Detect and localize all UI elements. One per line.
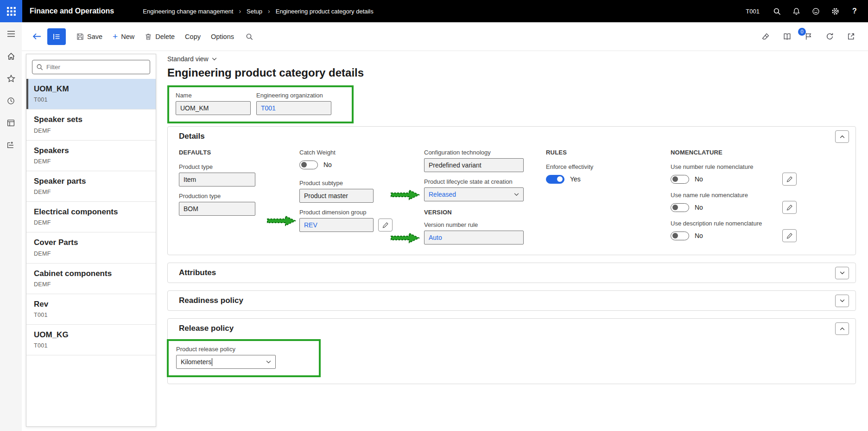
version-number-rule-input[interactable]: Auto xyxy=(424,231,524,244)
filter-input[interactable] xyxy=(32,60,150,74)
list-item[interactable]: Speaker parts DEMF xyxy=(26,171,156,202)
details-collapse-button[interactable] xyxy=(835,130,849,143)
refresh-button[interactable] xyxy=(821,28,838,45)
lifecycle-state-dropdown[interactable]: Released xyxy=(424,187,524,201)
search-icon xyxy=(36,64,43,71)
save-button[interactable]: Save xyxy=(71,30,108,44)
list-item[interactable]: Cabinet components DEMF xyxy=(26,264,156,294)
readiness-policy-section-title: Readiness policy xyxy=(179,296,243,305)
back-arrow-icon xyxy=(32,33,41,40)
app-title[interactable]: Finance and Operations xyxy=(30,7,114,15)
modules-hierarchy-nav-button[interactable] xyxy=(4,139,18,151)
help-icon: ? xyxy=(852,7,857,15)
list-item[interactable]: Cover Parts DEMF xyxy=(26,232,156,263)
version-number-rule-label: Version number rule xyxy=(424,221,538,228)
smiley-icon xyxy=(812,7,820,15)
list-item[interactable]: Rev T001 xyxy=(26,294,156,325)
recent-nav-button[interactable] xyxy=(4,95,18,107)
list-item[interactable]: Speakers DEMF xyxy=(26,141,156,171)
use-name-rule-toggle[interactable] xyxy=(671,203,689,212)
actionbar-search-button[interactable] xyxy=(241,29,258,45)
release-policy-collapse-button[interactable] xyxy=(835,322,849,335)
list-item[interactable]: UOM_KM T001 xyxy=(26,79,156,109)
options-menu-button[interactable]: Options xyxy=(206,30,239,44)
list-item[interactable]: UOM_KG T001 xyxy=(26,325,156,355)
home-nav-button[interactable] xyxy=(4,50,18,62)
product-subtype-field-group: Product subtype Product master xyxy=(299,180,415,203)
product-subtype-value: Product master xyxy=(304,192,348,199)
version-number-rule-value: Auto xyxy=(429,234,442,241)
record-list-panel: UOM_KM T001 Speaker sets DEMF Speakers D… xyxy=(26,54,156,427)
feedback-button[interactable] xyxy=(807,2,824,20)
new-button[interactable]: + New xyxy=(108,29,139,44)
name-input[interactable]: UOM_KM xyxy=(176,101,251,115)
copy-button[interactable]: Copy xyxy=(180,30,206,44)
engineering-organization-field-group: Engineering organization T001 xyxy=(256,92,331,115)
chevron-up-icon xyxy=(840,135,845,138)
delete-button-label: Delete xyxy=(155,33,175,40)
book-icon xyxy=(783,32,791,40)
delete-button[interactable]: Delete xyxy=(139,30,180,44)
help-button[interactable]: ? xyxy=(846,2,863,20)
product-release-policy-combobox[interactable]: Kilometers xyxy=(176,355,276,369)
toggle-list-view-button[interactable] xyxy=(47,28,66,45)
toggle-knob xyxy=(672,205,678,210)
product-dimension-group-edit-button[interactable] xyxy=(378,219,393,232)
list-item[interactable]: Electrical components DEMF xyxy=(26,202,156,232)
use-description-rule-label: Use description rule nomenclature xyxy=(671,220,810,227)
readiness-policy-section: Readiness policy xyxy=(167,290,856,311)
list-item[interactable]: Speaker sets DEMF xyxy=(26,109,156,140)
breadcrumb-item-page[interactable]: Engineering product category details xyxy=(276,8,374,15)
edit-icon xyxy=(382,222,389,228)
view-selector[interactable]: Standard view xyxy=(167,55,217,63)
app-launcher-icon xyxy=(7,7,16,16)
name-input-value: UOM_KM xyxy=(180,104,209,112)
list-item-title: UOM_KG xyxy=(34,330,148,340)
favorites-nav-button[interactable] xyxy=(4,72,18,84)
options-button-label: Options xyxy=(211,33,234,40)
clear-filters-button[interactable] xyxy=(757,28,774,45)
description-rule-edit-button[interactable] xyxy=(782,229,797,242)
product-dimension-group-input[interactable]: REV xyxy=(299,218,374,232)
edit-icon xyxy=(786,204,793,211)
expand-menu-button[interactable] xyxy=(4,28,18,40)
company-book-button[interactable] xyxy=(778,28,796,45)
enforce-effectivity-toggle[interactable] xyxy=(546,175,564,184)
product-type-input[interactable]: Item xyxy=(179,173,255,187)
configuration-technology-input[interactable]: Predefined variant xyxy=(424,158,524,172)
list-item-title: Electrical components xyxy=(34,207,148,217)
record-list: UOM_KM T001 Speaker sets DEMF Speakers D… xyxy=(26,79,156,355)
production-type-label: Production type xyxy=(179,193,285,199)
list-item-title: Speaker sets xyxy=(34,115,148,124)
clock-icon xyxy=(7,97,15,105)
readiness-policy-expand-button[interactable] xyxy=(835,295,849,307)
environment-badge[interactable]: T001 xyxy=(746,8,760,15)
navigation-rail xyxy=(0,22,22,431)
list-item-subtitle: DEMF xyxy=(34,158,148,165)
name-rule-edit-button[interactable] xyxy=(782,201,797,214)
list-item-subtitle: DEMF xyxy=(34,219,148,226)
alerts-button[interactable] xyxy=(787,2,805,20)
use-description-rule-toggle[interactable] xyxy=(671,232,689,240)
product-subtype-input[interactable]: Product master xyxy=(299,189,374,203)
catch-weight-toggle[interactable] xyxy=(299,161,318,169)
global-search-button[interactable] xyxy=(768,2,786,20)
message-center-button[interactable]: 0 xyxy=(799,28,817,45)
production-type-input[interactable]: BOM xyxy=(179,202,255,216)
attributes-expand-button[interactable] xyxy=(835,267,849,279)
breadcrumb-item-area[interactable]: Setup xyxy=(247,8,262,15)
popout-icon xyxy=(847,32,855,40)
settings-button[interactable] xyxy=(826,2,844,20)
action-bar: Save + New Delete Copy Options 0 xyxy=(22,22,868,51)
breadcrumb-item-module[interactable]: Engineering change management xyxy=(143,8,233,15)
engineering-organization-input[interactable]: T001 xyxy=(256,101,331,115)
back-button[interactable] xyxy=(28,30,45,43)
annotation-box-header-fields: Name UOM_KM Engineering organization T00… xyxy=(167,85,354,123)
app-launcher-button[interactable] xyxy=(0,0,22,22)
list-item-subtitle: DEMF xyxy=(34,128,148,134)
open-in-new-window-button[interactable] xyxy=(842,28,860,45)
number-rule-edit-button[interactable] xyxy=(782,173,797,186)
use-number-rule-toggle[interactable] xyxy=(671,175,689,184)
workspaces-nav-button[interactable] xyxy=(4,117,18,129)
details-section-header: Details xyxy=(168,127,855,146)
